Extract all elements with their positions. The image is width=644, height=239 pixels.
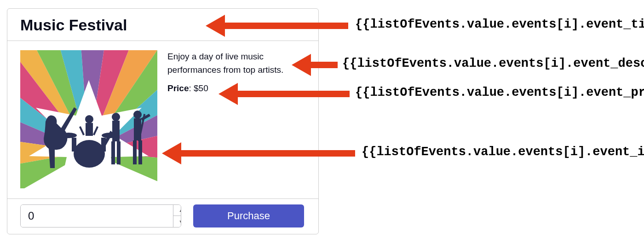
annotation-arrow-title xyxy=(206,23,348,29)
stepper-up-button[interactable]: ▲ xyxy=(173,205,181,216)
svg-point-23 xyxy=(60,133,77,138)
svg-rect-34 xyxy=(138,140,142,164)
annotation-label-title: {{listOfEvents.value.events[i].event_tit… xyxy=(355,17,644,31)
svg-rect-28 xyxy=(112,121,120,141)
chevron-down-icon: ▼ xyxy=(179,219,181,224)
annotation-label-description: {{listOfEvents.value.events[i].event_des… xyxy=(342,57,644,70)
annotation-arrow-price xyxy=(218,91,350,97)
svg-point-31 xyxy=(133,111,142,119)
purchase-button[interactable]: Purchase xyxy=(193,204,304,227)
event-description: Enjoy a day of live music performances f… xyxy=(167,50,305,76)
price-value: : $50 xyxy=(189,83,208,93)
stepper-buttons: ▲ ▼ xyxy=(173,205,181,227)
annotation-label-image: {{listOfEvents.value.events[i].event_img… xyxy=(362,145,644,159)
quantity-stepper[interactable]: ▲ ▼ xyxy=(20,204,181,227)
svg-point-20 xyxy=(74,140,105,168)
svg-rect-29 xyxy=(111,141,115,164)
price-label: Price xyxy=(167,83,189,93)
event-card: Music Festival xyxy=(7,8,319,234)
event-image xyxy=(20,50,157,188)
chevron-up-icon: ▲ xyxy=(179,208,181,213)
svg-rect-19 xyxy=(86,123,93,136)
svg-point-18 xyxy=(85,115,93,123)
annotation-arrow-image xyxy=(162,151,355,156)
annotation-arrow-description xyxy=(292,62,338,68)
svg-rect-21 xyxy=(72,138,76,152)
event-text-column: Enjoy a day of live music performances f… xyxy=(167,50,305,188)
svg-rect-33 xyxy=(133,140,137,164)
card-body: Enjoy a day of live music performances f… xyxy=(7,41,318,199)
svg-rect-30 xyxy=(117,141,121,164)
quantity-input[interactable] xyxy=(21,205,173,227)
stepper-down-button[interactable]: ▼ xyxy=(173,216,181,227)
card-footer: ▲ ▼ Purchase xyxy=(7,199,318,234)
annotation-label-price: {{listOfEvents.value.events[i].event_pri… xyxy=(355,86,644,99)
svg-point-27 xyxy=(112,113,120,121)
